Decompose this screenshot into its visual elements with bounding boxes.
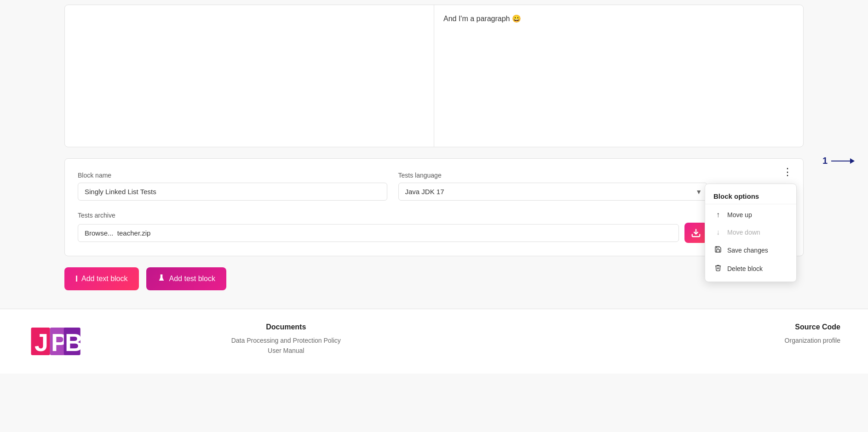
- add-text-block-button[interactable]: I Add text block: [64, 267, 139, 290]
- block-card: ⋮ Block options ↑ Move up ↓ Move down: [64, 158, 804, 256]
- tests-archive-input[interactable]: [78, 224, 679, 242]
- text-block-icon: I: [75, 274, 78, 284]
- beaker-icon: [157, 274, 166, 282]
- block-name-group: Block name: [78, 172, 387, 201]
- move-down-label: Move down: [727, 229, 760, 236]
- context-menu: Block options ↑ Move up ↓ Move down: [705, 184, 797, 282]
- download-icon: [691, 228, 701, 238]
- save-changes-icon: [713, 246, 723, 255]
- menu-item-save-changes[interactable]: Save changes: [705, 241, 796, 259]
- footer-link-org-profile[interactable]: Organization profile: [489, 337, 841, 344]
- footer-logo: J P B: [28, 323, 83, 360]
- footer: J P B Documents Data Processing and Prot…: [0, 309, 868, 374]
- delete-block-icon: [713, 264, 723, 273]
- add-test-block-button[interactable]: Add test block: [146, 267, 227, 290]
- menu-item-move-down[interactable]: ↓ Move down: [705, 224, 796, 241]
- context-menu-title: Block options: [705, 188, 796, 204]
- tests-language-group: Tests language Java JDK 17 Python 3.10 C…: [398, 172, 708, 201]
- tests-archive-group: Tests archive: [78, 212, 790, 243]
- add-text-block-label: Add text block: [81, 275, 128, 283]
- block-name-input[interactable]: [78, 183, 387, 201]
- move-up-label: Move up: [727, 211, 752, 219]
- documents-title: Documents: [110, 323, 462, 331]
- save-changes-label: Save changes: [727, 247, 768, 254]
- tests-archive-label: Tests archive: [78, 212, 707, 219]
- footer-source-code: Source Code Organization profile: [489, 323, 841, 344]
- block-options-container: ⋮ Block options ↑ Move up ↓ Move down: [779, 165, 797, 179]
- footer-link-user-manual[interactable]: User Manual: [110, 347, 462, 354]
- logo-svg: J P B: [28, 323, 83, 360]
- block-name-language-row: Block name Tests language Java JDK 17 Py…: [78, 172, 790, 201]
- menu-item-delete-block[interactable]: Delete block: [705, 259, 796, 278]
- tests-language-label: Tests language: [398, 172, 708, 179]
- block-name-label: Block name: [78, 172, 387, 179]
- paragraph-text: And I'm a paragraph 😀: [443, 15, 521, 23]
- menu-item-move-up[interactable]: ↑ Move up: [705, 206, 796, 224]
- tests-language-select-wrapper: Java JDK 17 Python 3.10 C++ 17 ▼: [398, 183, 708, 201]
- annotation-1: 1: [822, 156, 828, 166]
- delete-block-label: Delete block: [727, 265, 763, 272]
- text-block-left-panel: [65, 5, 434, 147]
- footer-link-data-protection[interactable]: Data Processing and Protection Policy: [110, 337, 462, 344]
- source-code-title: Source Code: [489, 323, 841, 331]
- flask-icon: [157, 274, 166, 284]
- text-block-right-panel: And I'm a paragraph 😀: [434, 5, 803, 147]
- upload-button[interactable]: [684, 223, 707, 243]
- svg-text:B: B: [65, 328, 83, 356]
- tests-language-select[interactable]: Java JDK 17 Python 3.10 C++ 17: [398, 183, 708, 201]
- add-test-block-label: Add test block: [169, 275, 216, 283]
- move-down-icon: ↓: [713, 228, 723, 236]
- action-buttons-row: I Add text block Add test block: [64, 267, 804, 290]
- footer-documents: Documents Data Processing and Protection…: [110, 323, 462, 357]
- file-row: [78, 223, 707, 243]
- move-up-icon: ↑: [713, 211, 723, 219]
- three-dots-button[interactable]: ⋮: [779, 165, 797, 179]
- svg-text:J: J: [34, 328, 48, 356]
